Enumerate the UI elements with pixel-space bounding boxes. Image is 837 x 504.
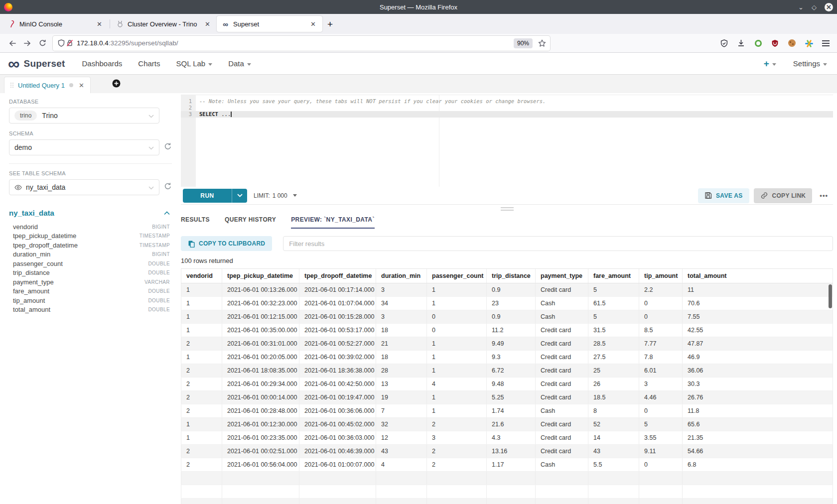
new-tab-button[interactable]: + — [322, 19, 338, 29]
query-tab-active[interactable]: Untitled Query 1 ✕ — [4, 77, 91, 93]
table-cell: 1 — [181, 417, 222, 431]
table-column-header[interactable]: duration_min — [376, 269, 427, 283]
table-cell: 54.66 — [683, 444, 833, 458]
table-cell: 19 — [376, 390, 427, 404]
database-select[interactable]: trino Trino — [9, 108, 159, 124]
tab-close-icon[interactable]: ✕ — [203, 20, 212, 28]
superset-brand[interactable]: ∞ Superset — [8, 57, 65, 71]
window-shade-icon[interactable]: ⌄ — [798, 4, 804, 10]
table-cell: Credit card — [536, 283, 588, 296]
chevron-down-icon — [148, 111, 154, 120]
table-cell: 2021-06-01 00:46:39.000 — [299, 444, 376, 458]
drag-handle-icon[interactable] — [10, 83, 13, 88]
table-cell: 4.46 — [639, 390, 683, 404]
query-tab-close-icon[interactable]: ✕ — [79, 82, 84, 89]
sql-editor[interactable]: 1-- Note: Unless you save your query, th… — [181, 95, 833, 187]
asterisk-extension-icon[interactable] — [805, 39, 813, 47]
collapse-chevron-up-icon[interactable] — [164, 208, 170, 217]
menu-icon[interactable] — [822, 39, 830, 47]
url-bar[interactable]: 172.18.0.4:32295/superset/sqllab/ 90% — [53, 36, 550, 51]
column-name: vendorid — [13, 223, 38, 231]
filter-results-input[interactable] — [283, 236, 833, 251]
editor-line[interactable]: 3SELECT ... — [181, 111, 833, 118]
back-button[interactable] — [5, 36, 20, 50]
table-cell: 2021-06-01 00:29:34.000 — [222, 377, 299, 390]
results-tab-preview-ny-taxi-data[interactable]: PREVIEW: `NY_TAXI_DATA` — [291, 216, 375, 229]
nav-item-data[interactable]: Data — [228, 59, 251, 68]
more-options-button[interactable]: ••• — [817, 192, 831, 199]
table-cell — [536, 471, 588, 485]
table-column-header[interactable]: total_amount — [683, 269, 833, 283]
downloads-icon[interactable] — [737, 39, 745, 47]
tracking-shield-icon[interactable] — [57, 39, 65, 47]
tab-close-icon[interactable]: ✕ — [309, 20, 317, 28]
tab-close-icon[interactable]: ✕ — [95, 20, 104, 28]
copy-link-button[interactable]: COPY LINK — [754, 188, 813, 203]
copy-to-clipboard-button[interactable]: COPY TO CLIPBOARD — [181, 236, 272, 251]
browser-tab-minio[interactable]: MinIO Console ✕ — [3, 16, 109, 32]
window-close-icon[interactable]: ✕ — [825, 3, 833, 11]
new-item-button[interactable]: + — [764, 59, 776, 69]
editor-toolbar: RUN LIMIT: 1 000 SAVE AS COPY LINK ••• — [181, 187, 833, 205]
reload-button[interactable] — [35, 36, 50, 50]
extension-green-icon[interactable] — [754, 39, 762, 47]
query-tab-name: Untitled Query 1 — [18, 82, 65, 89]
nav-item-charts[interactable]: Charts — [138, 59, 160, 68]
limit-control[interactable]: LIMIT: 1 000 — [254, 192, 297, 199]
table-cell: 2021-06-01 00:42:50.000 — [299, 377, 376, 390]
table-column-header[interactable]: trip_distance — [487, 269, 536, 283]
table-column-header[interactable]: tpep_dropoff_datetime — [299, 269, 376, 283]
table-scrollbar-thumb[interactable] — [829, 284, 832, 308]
schema-table-name[interactable]: ny_taxi_data — [9, 209, 54, 217]
table-cell: 5 — [588, 283, 639, 296]
table-column-header[interactable]: passenger_count — [427, 269, 487, 283]
table-column-header[interactable]: tpep_pickup_datetime — [222, 269, 299, 283]
table-cell: 9.48 — [487, 377, 536, 390]
editor-line[interactable]: 2 — [181, 105, 833, 111]
nav-item-sql-lab[interactable]: SQL Lab — [176, 59, 213, 68]
schema-select[interactable]: demo — [9, 139, 159, 155]
table-select[interactable]: ny_taxi_data — [9, 179, 159, 195]
editor-line[interactable]: 1-- Note: Unless you save your query, th… — [181, 98, 833, 105]
results-tab-results[interactable]: RESULTS — [181, 216, 210, 228]
bookmark-star-icon[interactable] — [538, 39, 546, 47]
table-cell — [487, 471, 536, 485]
insecure-lock-icon[interactable] — [65, 39, 74, 47]
table-column-header[interactable]: payment_type — [536, 269, 588, 283]
table-cell: 34 — [376, 296, 427, 310]
browser-tab-superset[interactable]: ∞ Superset ✕ — [217, 16, 322, 32]
cookie-extension-icon[interactable] — [788, 39, 796, 47]
refresh-schema-icon[interactable] — [164, 142, 172, 152]
save-as-button[interactable]: SAVE AS — [698, 188, 749, 203]
settings-menu[interactable]: Settings — [793, 59, 827, 68]
forward-button[interactable] — [20, 36, 35, 50]
table-cell — [487, 498, 536, 504]
table-cell: 36.06 — [683, 364, 833, 377]
refresh-table-icon[interactable] — [164, 182, 172, 192]
table-cell: 1 — [427, 364, 487, 377]
query-tab-strip: Untitled Query 1 ✕ — [0, 75, 837, 93]
add-query-tab-button[interactable] — [112, 79, 121, 90]
pane-resize-strip — [181, 205, 833, 213]
table-cell: 9.49 — [487, 337, 536, 350]
table-column-header[interactable]: vendorid — [181, 269, 222, 283]
run-options-caret[interactable] — [232, 189, 247, 203]
table-cell — [222, 498, 299, 504]
tab-label: Superset — [233, 20, 305, 28]
table-cell — [639, 498, 683, 504]
protection-shield-icon[interactable] — [720, 39, 728, 47]
run-button[interactable]: RUN — [183, 189, 232, 203]
table-cell: Cash — [536, 458, 588, 471]
zoom-level-badge[interactable]: 90% — [514, 38, 533, 48]
table-cell: 1 — [181, 310, 222, 323]
table-column-header[interactable]: fare_amount — [588, 269, 639, 283]
pane-resize-handle[interactable] — [501, 207, 514, 211]
ublock-shield-icon[interactable] — [771, 39, 779, 47]
browser-tab-trino[interactable]: Cluster Overview - Trino ✕ — [111, 16, 217, 32]
table-column-header[interactable]: tip_amount — [639, 269, 683, 283]
window-title: Superset — Mozilla Firefox — [0, 3, 837, 11]
nav-item-dashboards[interactable]: Dashboards — [82, 59, 122, 68]
window-maximize-icon[interactable]: ◇ — [812, 4, 817, 10]
table-cell: 9.3 — [487, 350, 536, 364]
results-tab-query-history[interactable]: QUERY HISTORY — [225, 216, 276, 228]
